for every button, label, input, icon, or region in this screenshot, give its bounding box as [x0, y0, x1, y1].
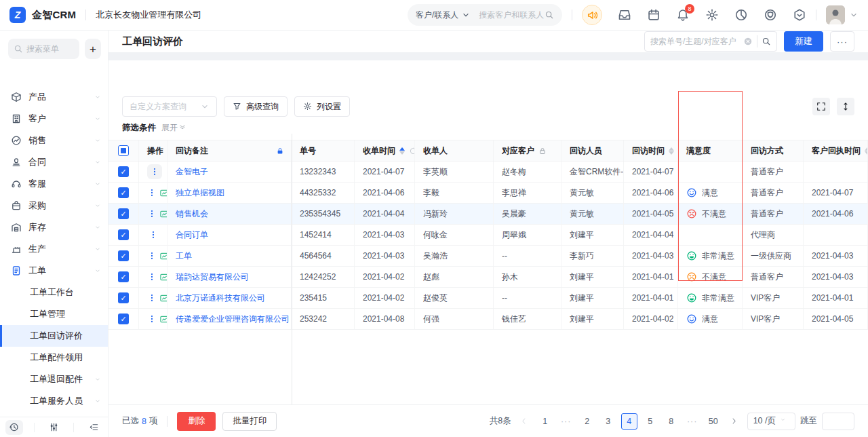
sidebar-item-service[interactable]: 客服 — [0, 173, 108, 195]
row-checkbox[interactable]: ✓ — [118, 166, 129, 177]
sidebar-item-production[interactable]: 生产 — [0, 238, 108, 260]
table-row[interactable]: ✓独立单据视图443253322021-04-06李毅李思禅黄元敏2021-04… — [108, 183, 868, 204]
list-search[interactable] — [644, 31, 777, 52]
table-row[interactable]: ✓瑞韵达贸易有限公司124242522021-04-02赵彪孙木刘建平2021-… — [108, 267, 868, 288]
row-menu-icon[interactable] — [147, 292, 157, 304]
search-category-select[interactable]: 客户/联系人 — [416, 10, 471, 21]
sidebar-item-workorder-workbench[interactable]: 工单工作台 — [0, 282, 108, 303]
row-checkbox[interactable]: ✓ — [118, 250, 129, 261]
table-row[interactable]: ✓销售机会2353543452021-04-04冯新玲吴晨豪黄元敏2021-04… — [108, 204, 868, 225]
table-row[interactable]: ✓工单45645642021-04-03吴瀚浩--李新巧2021-04-03非常… — [108, 246, 868, 267]
gear-icon[interactable] — [705, 8, 719, 22]
page-3[interactable]: 3 — [600, 413, 616, 430]
search-icon[interactable] — [762, 37, 771, 46]
inbox-icon[interactable] — [618, 8, 631, 22]
sidebar-item-workorder[interactable]: 工单 — [0, 260, 108, 282]
card-edit-icon[interactable] — [159, 188, 167, 198]
batch-print-button[interactable]: 批量打印 — [222, 412, 277, 431]
remark-link[interactable]: 传递爱爱企业管理咨询有限公司 — [176, 314, 290, 325]
search-icon[interactable] — [545, 10, 554, 20]
row-menu-icon[interactable] — [147, 187, 157, 199]
table-row[interactable]: ✓金智电子132323432021-04-07李英顺赵冬梅金智CRM软件-王..… — [108, 162, 868, 183]
shield-icon[interactable] — [764, 8, 777, 22]
sidebar-item-inventory[interactable]: 库存 — [0, 216, 108, 238]
filter-expand-toggle[interactable]: 展开 — [161, 122, 189, 134]
page-50[interactable]: 50 — [705, 413, 722, 430]
card-edit-icon[interactable] — [159, 209, 167, 219]
clear-icon[interactable] — [743, 37, 753, 46]
global-search[interactable]: 客户/联系人 搜索客户和联系人 — [408, 4, 562, 26]
row-checkbox[interactable]: ✓ — [118, 292, 129, 303]
pie-chart-icon[interactable] — [734, 8, 748, 22]
lock-open-icon[interactable] — [538, 147, 547, 155]
scheme-select[interactable]: 自定义方案查询 — [122, 96, 217, 117]
column-settings-button[interactable]: 列设置 — [294, 96, 350, 117]
card-edit-icon[interactable] — [159, 272, 167, 282]
lock-icon[interactable] — [276, 147, 284, 155]
advanced-query-button[interactable]: 高级查询 — [224, 96, 288, 117]
remark-link[interactable]: 金智电子 — [176, 166, 208, 178]
bell-icon[interactable]: 8 — [676, 8, 690, 22]
sidebar-item-mall[interactable]: 商城 — [0, 412, 108, 417]
sidebar-item-workorder-management[interactable]: 工单管理 — [0, 303, 108, 325]
row-menu-icon[interactable] — [147, 271, 157, 283]
sidebar-item-customer[interactable]: 客户 — [0, 108, 108, 130]
hexagon-icon[interactable] — [793, 8, 806, 22]
row-height-button[interactable] — [837, 98, 854, 115]
page-4[interactable]: 4 — [621, 413, 637, 430]
row-checkbox[interactable]: ✓ — [118, 208, 129, 219]
sidebar-item-contract[interactable]: 合同 — [0, 151, 108, 173]
avatar-caret-icon[interactable] — [849, 10, 859, 20]
page-ellipsis[interactable]: ··· — [684, 413, 701, 430]
sidebar-item-workorder-staff[interactable]: 工单服务人员 — [0, 390, 108, 412]
row-checkbox[interactable]: ✓ — [118, 187, 129, 198]
row-checkbox[interactable]: ✓ — [118, 229, 129, 240]
row-checkbox[interactable]: ✓ — [118, 314, 129, 324]
stats-icon[interactable] — [45, 420, 62, 435]
row-menu-icon[interactable] — [147, 208, 157, 220]
menu-search-input[interactable] — [26, 44, 74, 54]
remark-link[interactable]: 独立单据视图 — [176, 187, 224, 199]
row-menu-icon[interactable] — [147, 229, 159, 241]
prev-page-icon[interactable] — [516, 417, 532, 426]
sort-icon[interactable] — [865, 147, 868, 155]
delete-button[interactable]: 删除 — [177, 412, 216, 431]
page-5[interactable]: 5 — [642, 413, 658, 430]
sidebar-item-workorder-review[interactable]: 工单回访评价 — [0, 325, 108, 347]
new-button[interactable]: 新建 — [784, 31, 823, 52]
sort-icon[interactable] — [399, 147, 405, 155]
refresh-icon[interactable] — [409, 147, 415, 155]
jump-page-input[interactable] — [822, 413, 854, 430]
remark-link[interactable]: 北京万诺通科技有限公司 — [176, 292, 265, 304]
row-menu-icon[interactable] — [147, 313, 157, 325]
remark-link[interactable]: 瑞韵达贸易有限公司 — [176, 271, 249, 283]
more-actions-button[interactable]: ··· — [830, 31, 854, 52]
sidebar-item-workorder-parts[interactable]: 工单配件领用 — [0, 347, 108, 368]
remark-link[interactable]: 合同订单 — [176, 229, 208, 241]
sidebar-item-product[interactable]: 产品 — [0, 86, 108, 108]
page-8[interactable]: 8 — [663, 413, 679, 430]
sidebar-item-procurement[interactable]: 采购 — [0, 195, 108, 216]
table-row[interactable]: ✓北京万诺通科技有限公司2354152021-04-02赵俊英--刘建平2021… — [108, 288, 868, 309]
collapse-icon[interactable] — [85, 420, 102, 435]
sort-icon[interactable] — [669, 147, 674, 155]
table-row[interactable]: ✓传递爱爱企业管理咨询有限公司2532422021-04-08何强钱佳艺刘建平2… — [108, 309, 868, 330]
sidebar-item-sales[interactable]: 销售 — [0, 130, 108, 151]
card-edit-icon[interactable] — [159, 293, 167, 303]
menu-search[interactable] — [8, 39, 79, 59]
user-avatar[interactable] — [826, 5, 845, 24]
remark-link[interactable]: 销售机会 — [176, 208, 208, 220]
sidebar-item-workorder-return-parts[interactable]: 工单退回配件 — [0, 368, 108, 390]
fullscreen-button[interactable] — [812, 98, 830, 115]
card-edit-icon[interactable] — [159, 251, 167, 261]
table-row[interactable]: ✓合同订单14524142021-04-03何咏金周翠娥刘建平2021-04-0… — [108, 225, 868, 246]
row-menu-icon[interactable] — [147, 250, 157, 262]
add-menu-button[interactable]: + — [85, 39, 101, 59]
page-1[interactable]: 1 — [537, 413, 553, 430]
row-checkbox[interactable]: ✓ — [118, 271, 129, 282]
select-all-checkbox[interactable] — [118, 145, 129, 156]
page-size-select[interactable]: 10 /页 — [747, 413, 795, 430]
next-page-icon[interactable] — [726, 417, 743, 426]
remark-link[interactable]: 工单 — [176, 250, 192, 262]
history-icon[interactable] — [5, 420, 23, 435]
